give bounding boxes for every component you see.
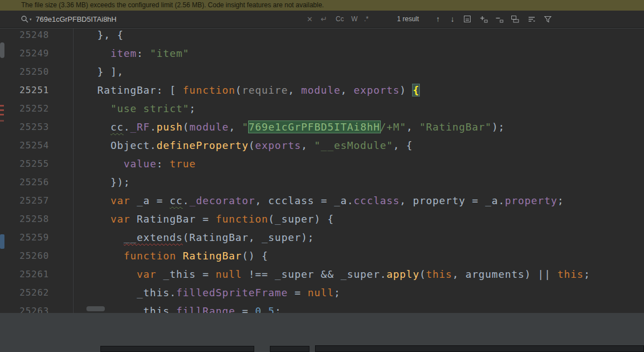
code-token: = (235, 305, 255, 313)
line-number[interactable]: 25252 (20, 99, 49, 118)
error-stripe-mark[interactable] (0, 105, 4, 107)
search-input[interactable]: 769e1cGrPFBD5ITAi8hH (36, 11, 117, 28)
code-line[interactable]: }, { (84, 28, 590, 44)
code-line[interactable]: } ], (84, 62, 590, 81)
code-line[interactable]: RatingBar: [ function(require, module, e… (84, 81, 590, 99)
gutter-line-numbers[interactable]: 2524825249252502525125252252532525425255… (20, 28, 49, 313)
code-token (84, 268, 137, 280)
code-token: function (124, 250, 176, 262)
ide-window: The file size (3.36 MB) exceeds the conf… (0, 0, 644, 352)
background-window-edge (100, 346, 254, 352)
line-number[interactable]: 25253 (20, 118, 49, 136)
code-token: null (308, 287, 334, 298)
line-number[interactable]: 25248 (20, 28, 49, 44)
code-token: filledSpriteFrame (176, 287, 288, 298)
error-stripe-mark[interactable] (0, 114, 4, 115)
line-number[interactable]: 25250 (20, 62, 49, 81)
code-editor[interactable]: 2524825249252502525125252252532525425255… (0, 28, 644, 313)
code-line[interactable]: var RatingBar = function(_super) { (84, 210, 590, 228)
previous-occurrence-icon[interactable]: ↑ (436, 11, 440, 28)
code-token: }); (84, 176, 130, 188)
code-token: ; (190, 103, 196, 114)
add-occurrence-icon[interactable] (480, 15, 488, 23)
code-token: . (150, 121, 157, 133)
code-line[interactable]: Object.defineProperty(exports, "__esModu… (84, 136, 590, 155)
left-scrollbar-thumb[interactable] (0, 42, 4, 58)
code-token: module (301, 84, 341, 96)
code-token: exports (354, 84, 400, 96)
line-number[interactable]: 25263 (20, 302, 49, 313)
remove-occurrence-icon[interactable] (495, 15, 503, 23)
code-line[interactable]: _this.fillRange = 0.5; (84, 302, 590, 313)
code-line[interactable]: _this.filledSpriteFrame = null; (84, 283, 590, 302)
line-number[interactable]: 25254 (20, 136, 49, 155)
code-token: 0.5 (255, 305, 275, 313)
code-token: , (406, 121, 420, 133)
whole-words-toggle[interactable]: W (351, 11, 357, 28)
code-token (84, 47, 110, 59)
code-token: push (157, 121, 183, 133)
search-icon[interactable] (21, 15, 29, 23)
code-lines[interactable]: }, { item: "item" } ], RatingBar: [ func… (84, 28, 590, 313)
code-token: _this. (84, 287, 176, 298)
line-number[interactable]: 25261 (20, 265, 49, 283)
code-line[interactable]: var _this = null !== _super && _super.ap… (84, 265, 590, 283)
find-in-selection-icon[interactable] (463, 15, 471, 23)
code-line[interactable]: __extends(RatingBar, _super); (84, 228, 590, 247)
code-token: ; (334, 287, 341, 298)
code-token: , (288, 84, 301, 96)
code-token: _this = (157, 268, 216, 280)
code-line[interactable]: item: "item" (84, 44, 590, 62)
code-line[interactable]: "use strict"; (84, 99, 590, 118)
code-line[interactable]: }); (84, 173, 590, 191)
code-token: this (558, 268, 584, 280)
error-stripe-mark[interactable] (0, 120, 4, 122)
error-stripe-mark[interactable] (0, 109, 4, 111)
code-token: cc (170, 195, 183, 206)
insert-newline-icon[interactable]: ↵ (321, 11, 327, 28)
code-token: ( (183, 121, 190, 133)
code-token (84, 232, 124, 243)
line-number[interactable]: 25258 (20, 210, 49, 228)
code-token: "__esModule" (314, 139, 393, 151)
clear-search-icon[interactable]: ✕ (307, 11, 313, 28)
line-number[interactable]: 25259 (20, 228, 49, 247)
line-number[interactable]: 25255 (20, 155, 49, 173)
code-token: value (124, 158, 157, 170)
info-stripe-mark[interactable] (0, 234, 4, 249)
code-token: var (137, 268, 156, 280)
code-token: } ], (84, 66, 124, 78)
horizontal-scrollbar-thumb[interactable] (86, 306, 105, 311)
bottom-panel (0, 313, 644, 352)
gutter-separator (73, 28, 74, 313)
code-token: ); (492, 121, 505, 133)
code-line[interactable]: value: true (84, 155, 590, 173)
next-occurrence-icon[interactable]: ↓ (451, 11, 454, 28)
search-history-chevron-icon[interactable]: ▾ (30, 11, 32, 28)
code-token: cc (110, 121, 124, 133)
line-number[interactable]: 25249 (20, 44, 49, 62)
filter-icon[interactable] (544, 15, 552, 23)
code-token: var (110, 213, 130, 225)
regex-toggle[interactable]: .* (364, 11, 369, 28)
code-token: ( (249, 139, 255, 151)
code-token: /+M" (380, 121, 406, 133)
code-token: , (229, 121, 242, 133)
code-line[interactable]: cc._RF.push(module, "769e1cGrPFBD5ITAi8h… (84, 118, 590, 136)
select-all-occurrences-icon[interactable] (511, 15, 519, 23)
code-token: function (216, 213, 268, 225)
line-number[interactable]: 25251 (20, 81, 49, 99)
code-token: 769e1cGrPFBD5ITAi8hH (249, 121, 380, 133)
code-line[interactable]: function RatingBar() { (84, 247, 590, 265)
code-line[interactable]: var _a = cc._decorator, ccclass = _a.ccc… (84, 191, 590, 210)
search-options-icon[interactable] (527, 15, 536, 23)
line-number[interactable]: 25256 (20, 173, 49, 191)
code-token: exports (255, 139, 301, 151)
match-case-toggle[interactable]: Cc (336, 11, 344, 28)
banner-text: The file size (3.36 MB) exceeds the conf… (21, 1, 324, 9)
background-window-edge (270, 346, 309, 352)
line-number[interactable]: 25257 (20, 191, 49, 210)
code-token: ) (400, 84, 413, 96)
line-number[interactable]: 25262 (20, 283, 49, 302)
line-number[interactable]: 25260 (20, 247, 49, 265)
